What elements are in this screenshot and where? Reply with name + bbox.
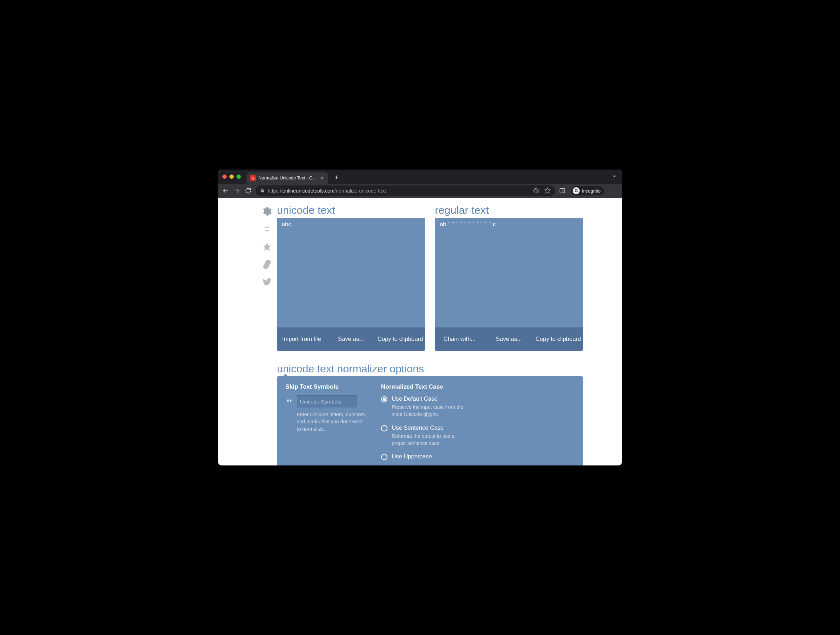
case-heading: Normalized Text Case xyxy=(381,383,575,391)
output-panel: ab ' ' ' ' ' ' ' ' ' ' ' ' ' ' ' ' ' c C… xyxy=(435,218,583,351)
skip-description: Enter Unicode letters, numbers, and mark… xyxy=(297,411,367,433)
radio-label: Use Default Case xyxy=(392,395,466,402)
radio-sentence-case[interactable]: Use Sentence Case Reformat the output to… xyxy=(381,424,575,447)
close-tab-icon[interactable]: ✕ xyxy=(320,175,324,181)
minimize-window-button[interactable] xyxy=(229,175,234,179)
import-from-file-button[interactable]: Import from file xyxy=(277,328,326,351)
kebab-menu-icon[interactable]: ⋮ xyxy=(608,187,618,195)
wrench-icon xyxy=(250,175,256,181)
input-panel-title: unicode text xyxy=(277,204,425,216)
browser-window: Normalize Unicode Text - Onlin ✕ + https… xyxy=(218,170,622,465)
side-toolbar xyxy=(257,204,277,465)
incognito-badge[interactable]: Incognito xyxy=(571,186,604,195)
radio-icon xyxy=(381,396,387,402)
maximize-window-button[interactable] xyxy=(237,175,241,179)
url-text: https://onlineunicodetools.com/normalize… xyxy=(268,188,386,194)
input-panel-block: unicode text abc Import from file Save a… xyxy=(277,204,425,351)
quote-icon xyxy=(286,397,293,406)
svg-rect-4 xyxy=(560,189,565,193)
eye-off-icon[interactable] xyxy=(533,187,539,195)
forward-button[interactable] xyxy=(233,187,241,195)
svg-marker-8 xyxy=(263,243,271,251)
twitter-icon[interactable] xyxy=(262,277,272,287)
swap-icon[interactable] xyxy=(262,224,272,234)
copy-to-clipboard-button[interactable]: Copy to clipboard xyxy=(534,328,583,351)
output-panel-title: regular text xyxy=(435,204,583,216)
tab-strip: Normalize Unicode Text - Onlin ✕ + xyxy=(218,170,622,184)
incognito-label: Incognito xyxy=(582,188,601,194)
skip-symbols-input[interactable] xyxy=(297,395,357,407)
options-title: unicode text normalizer options xyxy=(277,363,583,375)
browser-toolbar: https://onlineunicodetools.com/normalize… xyxy=(218,184,622,198)
input-textarea[interactable]: abc xyxy=(277,218,425,328)
lock-icon xyxy=(260,188,265,194)
skip-heading: Skip Text Symbols xyxy=(286,383,367,391)
radio-label: Use Sentence Case xyxy=(392,424,466,431)
radio-description: Preserve the input case from the input U… xyxy=(392,403,466,418)
back-button[interactable] xyxy=(222,187,229,195)
input-panel: abc Import from file Save as... Copy to … xyxy=(277,218,425,351)
tab-title: Normalize Unicode Text - Onlin xyxy=(259,176,317,181)
window-controls xyxy=(223,175,241,179)
output-actions: Chain with... Save as... Copy to clipboa… xyxy=(435,328,583,351)
radio-label: Use Uppercase xyxy=(392,453,432,460)
svg-point-6 xyxy=(575,191,576,192)
browser-tab[interactable]: Normalize Unicode Text - Onlin ✕ xyxy=(246,172,328,184)
save-as-button[interactable]: Save as... xyxy=(484,328,533,351)
svg-marker-3 xyxy=(545,188,550,193)
address-bar[interactable]: https://onlineunicodetools.com/normalize… xyxy=(256,186,555,196)
svg-point-7 xyxy=(576,191,578,192)
reload-button[interactable] xyxy=(244,187,252,195)
output-panel-block: regular text ab ' ' ' ' ' ' ' ' ' ' ' ' … xyxy=(435,204,583,351)
radio-description: Reformat the output to use a proper sent… xyxy=(392,433,466,447)
copy-to-clipboard-button[interactable]: Copy to clipboard xyxy=(376,328,425,351)
chain-with-button[interactable]: Chain with... xyxy=(435,328,484,351)
close-window-button[interactable] xyxy=(223,175,227,179)
input-actions: Import from file Save as... Copy to clip… xyxy=(277,328,425,351)
options-panel: Skip Text Symbols Enter Unicode letters,… xyxy=(277,376,583,465)
radio-default-case[interactable]: Use Default Case Preserve the input case… xyxy=(381,395,575,418)
radio-uppercase[interactable]: Use Uppercase xyxy=(381,453,575,460)
save-as-button[interactable]: Save as... xyxy=(326,328,375,351)
radio-icon xyxy=(381,425,387,432)
star-icon[interactable] xyxy=(544,187,551,195)
chevron-down-icon[interactable] xyxy=(612,174,617,180)
output-textarea[interactable]: ab ' ' ' ' ' ' ' ' ' ' ' ' ' ' ' ' ' c xyxy=(435,218,583,328)
incognito-icon xyxy=(573,187,580,194)
panel-icon[interactable] xyxy=(559,187,566,195)
page-content: unicode text abc Import from file Save a… xyxy=(218,198,622,465)
radio-icon xyxy=(381,454,387,460)
gear-icon[interactable] xyxy=(262,206,272,216)
case-column: Normalized Text Case Use Default Case Pr… xyxy=(381,383,575,460)
link-icon[interactable] xyxy=(262,260,272,269)
star-icon[interactable] xyxy=(262,242,272,252)
new-tab-button[interactable]: + xyxy=(332,172,341,182)
skip-symbols-column: Skip Text Symbols Enter Unicode letters,… xyxy=(286,383,367,460)
